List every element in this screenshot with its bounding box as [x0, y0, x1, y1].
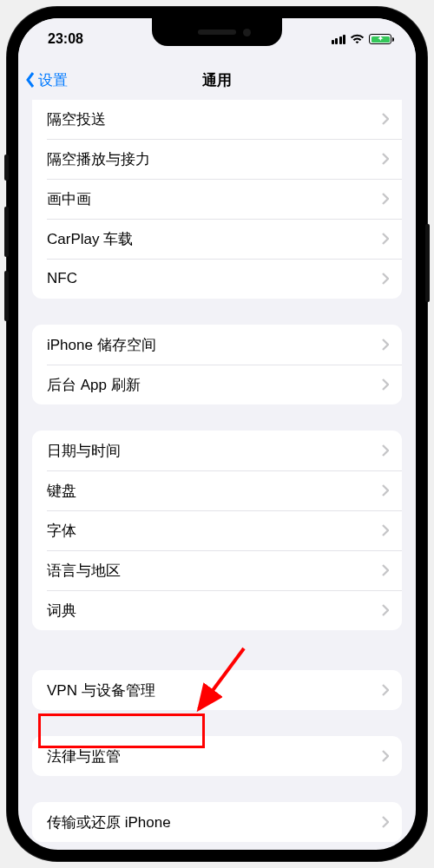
- chevron-right-icon: [382, 684, 389, 696]
- status-right: ✦: [332, 34, 392, 44]
- row-storage[interactable]: iPhone 储存空间: [32, 325, 402, 365]
- volume-down-button: [4, 271, 9, 321]
- chevron-right-icon: [382, 339, 389, 351]
- back-button[interactable]: 设置: [25, 70, 68, 90]
- chevron-right-icon: [382, 524, 389, 536]
- status-time: 23:08: [48, 31, 83, 47]
- chevron-right-icon: [382, 816, 389, 828]
- row-label: 传输或还原 iPhone: [47, 812, 171, 832]
- row-date-time[interactable]: 日期与时间: [32, 431, 402, 470]
- row-carplay[interactable]: CarPlay 车载: [32, 219, 402, 259]
- nav-title: 通用: [202, 70, 232, 90]
- row-nfc[interactable]: NFC: [32, 259, 402, 299]
- row-label: 隔空投送: [47, 109, 106, 129]
- battery-icon: ✦: [369, 34, 391, 44]
- chevron-right-icon: [382, 153, 389, 165]
- row-label: 键盘: [47, 481, 76, 501]
- back-label: 设置: [38, 70, 68, 90]
- row-language-region[interactable]: 语言与地区: [32, 550, 402, 590]
- row-pip[interactable]: 画中画: [32, 179, 402, 219]
- nav-bar: 设置 通用: [18, 60, 416, 100]
- chevron-right-icon: [382, 113, 389, 125]
- cellular-signal-icon: [332, 35, 346, 44]
- chevron-right-icon: [382, 193, 389, 205]
- chevron-right-icon: [382, 484, 389, 496]
- row-background-refresh[interactable]: 后台 App 刷新: [32, 365, 402, 404]
- settings-group: 日期与时间 键盘 字体 语言与地区 词典: [32, 431, 402, 630]
- row-fonts[interactable]: 字体: [32, 510, 402, 550]
- wifi-icon: [350, 34, 365, 44]
- row-label: 字体: [47, 521, 76, 541]
- row-label: VPN 与设备管理: [47, 681, 155, 700]
- chevron-right-icon: [382, 378, 389, 391]
- settings-group: 法律与监管: [32, 736, 402, 776]
- volume-up-button: [4, 207, 9, 257]
- chevron-right-icon: [382, 750, 389, 762]
- chevron-right-icon: [382, 604, 389, 616]
- row-label: CarPlay 车载: [47, 229, 133, 249]
- row-label: NFC: [47, 270, 77, 287]
- notch: [152, 18, 282, 46]
- row-label: 词典: [47, 601, 76, 621]
- row-label: 隔空播放与接力: [47, 149, 150, 169]
- row-label: iPhone 储存空间: [47, 335, 156, 355]
- row-label: 语言与地区: [47, 561, 121, 581]
- chevron-right-icon: [382, 444, 389, 457]
- row-legal[interactable]: 法律与监管: [32, 736, 402, 776]
- row-airdrop[interactable]: 隔空投送: [32, 100, 402, 139]
- mute-switch: [4, 155, 9, 181]
- row-label: 画中画: [47, 189, 91, 209]
- phone-frame: 23:08 ✦ 设置 通用 隔空投送: [7, 7, 427, 861]
- content-scroll[interactable]: 隔空投送 隔空播放与接力 画中画 CarPlay 车载 NFC: [18, 100, 416, 850]
- row-label: 后台 App 刷新: [47, 375, 141, 395]
- settings-group: iPhone 储存空间 后台 App 刷新: [32, 325, 402, 404]
- row-keyboard[interactable]: 键盘: [32, 470, 402, 510]
- charging-bolt-icon: ✦: [378, 36, 384, 43]
- settings-group: 隔空投送 隔空播放与接力 画中画 CarPlay 车载 NFC: [32, 100, 402, 299]
- row-label: 法律与监管: [47, 746, 121, 766]
- power-button: [425, 224, 430, 302]
- row-vpn-device-management[interactable]: VPN 与设备管理: [32, 670, 402, 710]
- screen: 23:08 ✦ 设置 通用 隔空投送: [18, 18, 416, 850]
- settings-group: 传输或还原 iPhone: [32, 802, 402, 842]
- chevron-right-icon: [382, 273, 389, 285]
- row-airplay-handoff[interactable]: 隔空播放与接力: [32, 139, 402, 179]
- row-label: 日期与时间: [47, 441, 121, 461]
- chevron-right-icon: [382, 564, 389, 576]
- chevron-right-icon: [382, 233, 389, 245]
- row-transfer-reset[interactable]: 传输或还原 iPhone: [32, 802, 402, 842]
- row-dictionary[interactable]: 词典: [32, 590, 402, 630]
- settings-group: VPN 与设备管理: [32, 670, 402, 710]
- chevron-left-icon: [25, 71, 36, 89]
